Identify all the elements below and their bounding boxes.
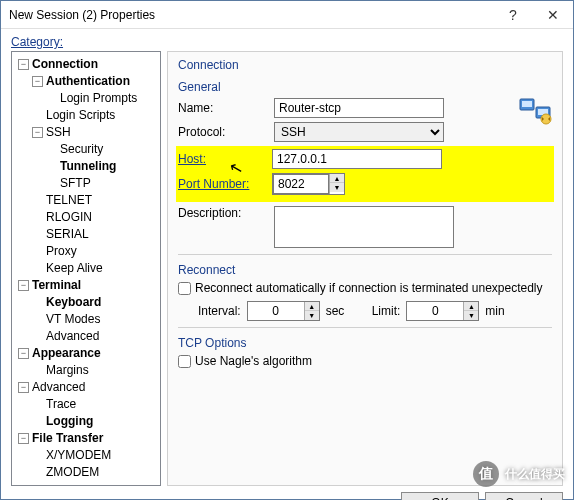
dialog-window: New Session (2) Properties ? ✕ Category:… [0, 0, 574, 500]
reconnect-params-row: Interval: ▲ ▼ sec Limit: ▲ [178, 301, 552, 321]
tree-logging[interactable]: Logging [14, 413, 158, 430]
help-button[interactable]: ? [493, 1, 533, 29]
tree-rlogin[interactable]: RLOGIN [14, 209, 158, 226]
collapse-icon[interactable]: − [18, 433, 29, 444]
tree-zmodem[interactable]: ZMODEM [14, 464, 158, 481]
interval-spinner[interactable]: ▲ ▼ [247, 301, 320, 321]
spin-up-icon[interactable]: ▲ [330, 174, 344, 183]
main-row: − Connection − Authentication Login Prom… [11, 51, 563, 486]
tree-login-prompts[interactable]: Login Prompts [14, 90, 158, 107]
category-label: Category: [11, 35, 563, 49]
tree-advanced[interactable]: − Advanced [14, 379, 158, 396]
window-title: New Session (2) Properties [9, 8, 493, 22]
spin-up-icon[interactable]: ▲ [464, 302, 478, 311]
general-group-label: General [178, 80, 552, 94]
collapse-icon[interactable]: − [32, 76, 43, 87]
tree-login-scripts[interactable]: Login Scripts [14, 107, 158, 124]
tree-ssh[interactable]: − SSH [14, 124, 158, 141]
tree-keyboard[interactable]: Keyboard [14, 294, 158, 311]
tree-terminal[interactable]: − Terminal [14, 277, 158, 294]
nagle-row: Use Nagle's algorithm [178, 354, 552, 368]
limit-label: Limit: [372, 304, 401, 318]
description-row: Description: [178, 206, 552, 248]
interval-label: Interval: [198, 304, 241, 318]
collapse-icon[interactable]: − [18, 348, 29, 359]
tree-advanced-term[interactable]: Advanced [14, 328, 158, 345]
spin-down-icon[interactable]: ▼ [305, 311, 319, 320]
reconnect-auto-row: Reconnect automatically if connection is… [178, 281, 552, 295]
spin-down-icon[interactable]: ▼ [464, 311, 478, 320]
tree-authentication[interactable]: − Authentication [14, 73, 158, 90]
nagle-checkbox[interactable] [178, 355, 191, 368]
titlebar: New Session (2) Properties ? ✕ [1, 1, 573, 29]
reconnect-auto-label: Reconnect automatically if connection is… [195, 281, 543, 295]
tree-telnet[interactable]: TELNET [14, 192, 158, 209]
reconnect-group-label: Reconnect [178, 263, 552, 277]
protocol-label: Protocol: [178, 125, 268, 139]
connection-icon [519, 95, 553, 125]
limit-input[interactable] [407, 302, 463, 320]
description-label: Description: [178, 206, 268, 220]
collapse-icon[interactable]: − [18, 280, 29, 291]
port-spinner[interactable]: ▲ ▼ [272, 173, 345, 195]
protocol-row: Protocol: SSH [178, 122, 552, 142]
highlighted-region: Host: Port Number: ▲ ▼ [176, 146, 554, 202]
ok-button[interactable]: OK [401, 492, 479, 500]
description-input[interactable] [274, 206, 454, 248]
tree-proxy[interactable]: Proxy [14, 243, 158, 260]
spin-up-icon[interactable]: ▲ [305, 302, 319, 311]
host-label: Host: [176, 152, 266, 166]
min-label: min [485, 304, 525, 318]
tree-vt-modes[interactable]: VT Modes [14, 311, 158, 328]
svg-rect-1 [522, 101, 532, 107]
tcp-options-label: TCP Options [178, 336, 552, 350]
tree-trace[interactable]: Trace [14, 396, 158, 413]
host-row: Host: [176, 149, 554, 169]
collapse-icon[interactable]: − [18, 59, 29, 70]
cancel-button[interactable]: Cancel [485, 492, 563, 500]
tree-margins[interactable]: Margins [14, 362, 158, 379]
tree-sftp[interactable]: SFTP [14, 175, 158, 192]
category-tree[interactable]: − Connection − Authentication Login Prom… [11, 51, 161, 486]
port-label: Port Number: [176, 177, 266, 191]
protocol-select[interactable]: SSH [274, 122, 444, 142]
nagle-label: Use Nagle's algorithm [195, 354, 312, 368]
divider [178, 254, 552, 255]
name-label: Name: [178, 101, 268, 115]
tree-xymodem[interactable]: X/YMODEM [14, 447, 158, 464]
spin-down-icon[interactable]: ▼ [330, 183, 344, 192]
name-input[interactable] [274, 98, 444, 118]
tree-tunneling[interactable]: Tunneling [14, 158, 158, 175]
tree-appearance[interactable]: − Appearance [14, 345, 158, 362]
name-row: Name: [178, 98, 552, 118]
tree-security[interactable]: Security [14, 141, 158, 158]
limit-spinner[interactable]: ▲ ▼ [406, 301, 479, 321]
tree-serial[interactable]: SERIAL [14, 226, 158, 243]
dialog-buttons: OK Cancel [11, 486, 563, 500]
tree-connection[interactable]: − Connection [14, 56, 158, 73]
divider [178, 327, 552, 328]
collapse-icon[interactable]: − [32, 127, 43, 138]
tree-keep-alive[interactable]: Keep Alive [14, 260, 158, 277]
interval-input[interactable] [248, 302, 304, 320]
settings-panel: Connection General Name: Protocol: SSH H… [167, 51, 563, 486]
sec-label: sec [326, 304, 366, 318]
port-row: Port Number: ▲ ▼ [176, 173, 554, 195]
collapse-icon[interactable]: − [18, 382, 29, 393]
close-button[interactable]: ✕ [533, 1, 573, 29]
tree-file-transfer[interactable]: − File Transfer [14, 430, 158, 447]
port-input[interactable] [273, 174, 329, 194]
panel-title: Connection [178, 58, 552, 72]
host-input[interactable] [272, 149, 442, 169]
reconnect-auto-checkbox[interactable] [178, 282, 191, 295]
dialog-body: Category: − Connection − Authentication … [1, 29, 573, 500]
